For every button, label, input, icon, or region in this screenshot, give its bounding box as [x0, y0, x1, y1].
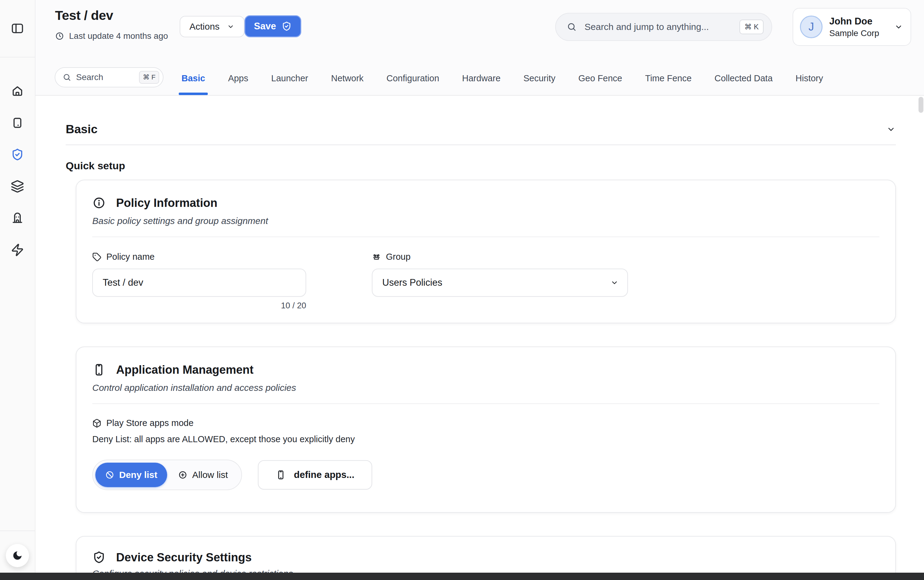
smartphone-icon [92, 363, 106, 376]
card-subtitle: Basic policy settings and group assignme… [92, 216, 880, 226]
card-title: Application Management [116, 363, 254, 376]
play-store-mode-label: Play Store apps mode [92, 418, 880, 428]
card-subtitle: Control application installation and acc… [92, 382, 880, 393]
ban-icon [105, 470, 114, 479]
save-label: Save [254, 21, 276, 32]
plus-circle-icon [178, 470, 187, 479]
avatar: J [800, 16, 823, 38]
section-title: Basic [66, 122, 97, 136]
actions-button[interactable]: Actions [180, 16, 244, 37]
define-apps-button[interactable]: define apps... [258, 460, 372, 489]
sidebar-item-groups[interactable] [9, 180, 26, 193]
package-icon [92, 419, 101, 428]
tab-configuration[interactable]: Configuration [384, 61, 442, 96]
users-icon [372, 252, 381, 262]
play-store-mode-description: Deny List: all apps are ALLOWED, except … [92, 434, 880, 444]
global-search-input[interactable] [585, 22, 731, 32]
tab-apps[interactable]: Apps [225, 61, 251, 96]
policy-name-input[interactable] [92, 269, 306, 297]
tab-search-shortcut: ⌘ F [139, 71, 159, 84]
tablet-icon [11, 116, 24, 130]
home-icon [11, 84, 24, 98]
tab-hardware[interactable]: Hardware [459, 61, 503, 96]
chevron-down-icon [610, 278, 619, 287]
tab-history[interactable]: History [793, 61, 826, 96]
dark-mode-toggle[interactable] [6, 544, 29, 567]
info-icon [92, 196, 106, 209]
tab-search[interactable]: ⌘ F [55, 67, 163, 87]
sidebar-toggle-button[interactable] [9, 22, 26, 35]
panel-left-icon [11, 22, 24, 35]
user-info: John Doe Sample Corp [829, 16, 887, 38]
group-select[interactable]: Users Policies [372, 269, 628, 297]
group-label: Group [372, 252, 628, 262]
save-button[interactable]: Save [244, 15, 301, 37]
tab-time-fence[interactable]: Time Fence [642, 61, 694, 96]
shield-check-icon [282, 21, 292, 31]
last-update-text: Last update 4 months ago [69, 31, 168, 41]
global-search[interactable]: ⌘ K [555, 13, 772, 41]
moon-icon [12, 550, 23, 561]
deny-list-option[interactable]: Deny list [96, 463, 167, 487]
user-org: Sample Corp [829, 28, 887, 38]
tag-icon [92, 252, 101, 262]
sidebar-item-home[interactable] [9, 84, 26, 98]
tab-search-input[interactable] [76, 72, 134, 82]
global-search-shortcut: ⌘ K [740, 20, 764, 34]
card-title: Policy Information [116, 196, 217, 209]
sidebar-item-actions[interactable] [9, 243, 26, 257]
sidebar-item-policies[interactable] [9, 148, 26, 161]
zap-icon [11, 243, 24, 257]
layers-icon [11, 180, 24, 193]
user-menu[interactable]: J John Doe Sample Corp [792, 8, 911, 46]
tab-launcher[interactable]: Launcher [268, 61, 311, 96]
policy-name-field: Policy name 10 / 20 [92, 252, 306, 310]
tab-security[interactable]: Security [520, 61, 558, 96]
tab-collected-data[interactable]: Collected Data [712, 61, 775, 96]
sidebar-item-organization[interactable] [9, 211, 26, 225]
smartphone-icon [276, 470, 286, 480]
divider [92, 237, 880, 237]
shield-check-icon [92, 551, 106, 564]
header: Test / dev Last update 4 months ago Acti… [35, 0, 924, 96]
divider [92, 404, 880, 404]
clock-icon [55, 31, 64, 41]
group-select-value: Users Policies [382, 277, 442, 288]
actions-label: Actions [189, 21, 219, 32]
building-icon [11, 211, 24, 225]
chevron-down-icon [894, 22, 903, 31]
policy-information-card: Policy Information Basic policy settings… [76, 180, 896, 323]
divider [66, 145, 896, 145]
char-counter: 10 / 20 [92, 301, 306, 310]
main-content: Basic Quick setup Policy Information Bas… [35, 96, 924, 580]
search-icon [63, 73, 71, 82]
group-field: Group Users Policies [372, 252, 628, 310]
tab-network[interactable]: Network [328, 61, 366, 96]
allow-list-option[interactable]: Allow list [167, 463, 239, 487]
bottom-bar [0, 573, 924, 580]
app-window: Test / dev Last update 4 months ago Acti… [0, 0, 924, 580]
policy-name-label: Policy name [92, 252, 306, 262]
search-icon [567, 22, 576, 32]
section-header-basic[interactable]: Basic [66, 122, 896, 136]
quick-setup-title: Quick setup [66, 160, 896, 172]
card-title: Device Security Settings [116, 551, 252, 564]
user-name: John Doe [829, 16, 887, 27]
tab-bar: Basic Apps Launcher Network Configuratio… [179, 61, 826, 96]
sidebar [0, 0, 35, 580]
application-management-card: Application Management Control applicati… [76, 346, 896, 513]
sidebar-item-devices[interactable] [9, 116, 26, 130]
last-update: Last update 4 months ago [55, 31, 168, 41]
tab-basic[interactable]: Basic [179, 61, 208, 96]
play-store-mode-setting: Play Store apps mode Deny List: all apps… [92, 418, 880, 490]
scrollbar-thumb[interactable] [919, 97, 923, 113]
chevron-down-icon[interactable] [886, 124, 896, 134]
apps-mode-segmented-control: Deny list Allow list [92, 460, 242, 490]
chevron-down-icon [227, 23, 235, 31]
page-title: Test / dev [55, 8, 113, 23]
tab-geo-fence[interactable]: Geo Fence [576, 61, 625, 96]
shield-check-icon [11, 148, 24, 161]
